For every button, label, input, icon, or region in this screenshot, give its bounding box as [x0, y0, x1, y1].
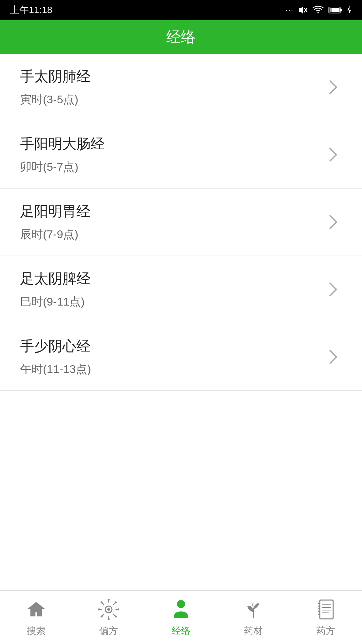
- list-item[interactable]: 手太阴肺经 寅时(3-5点): [0, 54, 362, 121]
- list-item[interactable]: 手少阴心经 午时(11-13点): [0, 323, 362, 391]
- person-icon: [169, 598, 193, 621]
- mute-icon: [298, 5, 308, 15]
- nav-item-yaofang[interactable]: 药方: [290, 598, 362, 637]
- chevron-right-icon: [323, 80, 337, 94]
- content-list: 手太阴肺经 寅时(3-5点) 手阳明大肠经 卯时(5-7点) 足阳明胃经 辰时(…: [0, 54, 362, 590]
- wifi-icon: [312, 5, 324, 15]
- nav-pifang-label: 偏方: [99, 625, 118, 637]
- svg-rect-5: [329, 8, 332, 12]
- chevron-right-icon: [323, 215, 337, 229]
- list-item-content: 足阳明胃经 辰时(7-9点): [20, 202, 90, 242]
- svg-point-24: [177, 600, 185, 608]
- svg-point-13: [98, 608, 100, 610]
- list-item-content: 手阳明大肠经 卯时(5-7点): [20, 135, 105, 175]
- nav-item-pifang[interactable]: 偏方: [72, 598, 145, 637]
- svg-point-17: [101, 601, 103, 603]
- svg-line-22: [113, 614, 115, 616]
- svg-rect-3: [341, 9, 342, 11]
- nav-item-jingluo[interactable]: 经络: [145, 598, 217, 637]
- list-item-subtitle: 卯时(5-7点): [20, 159, 105, 175]
- status-time: 上午11:18: [10, 4, 52, 16]
- list-item-title: 手少阴心经: [20, 337, 91, 356]
- list-item-title: 足阳明胃经: [20, 202, 90, 221]
- nav-item-yaocai[interactable]: 药材: [217, 598, 290, 637]
- chevron-right-icon: [323, 350, 337, 364]
- nav-jingluo-label: 经络: [172, 625, 190, 637]
- status-icons: ···: [286, 5, 352, 15]
- list-item-content: 手少阴心经 午时(11-13点): [20, 337, 91, 377]
- list-item-subtitle: 辰时(7-9点): [20, 227, 90, 242]
- nav-search-label: 搜索: [27, 625, 46, 637]
- bottom-navigation: 搜索: [0, 590, 362, 644]
- list-item-content: 手太阴肺经 寅时(3-5点): [20, 67, 90, 107]
- svg-line-18: [113, 603, 115, 605]
- list-item-title: 手太阴肺经: [20, 67, 90, 86]
- nav-yaofang-label: 药方: [316, 625, 335, 637]
- svg-rect-25: [320, 600, 333, 619]
- status-bar: 上午11:18 ···: [0, 0, 362, 20]
- app-header: 经络: [0, 20, 362, 54]
- home-icon: [24, 598, 48, 621]
- list-item-content: 足太阴脾经 巳时(9-11点): [20, 269, 90, 310]
- signal-icon: ···: [286, 6, 294, 14]
- svg-line-16: [102, 603, 104, 605]
- herb-icon: [242, 598, 265, 621]
- list-item[interactable]: 手阳明大肠经 卯时(5-7点): [0, 121, 362, 189]
- pifang-icon: [97, 598, 120, 621]
- svg-point-21: [101, 615, 103, 618]
- svg-point-7: [107, 608, 110, 611]
- list-item-title: 手阳明大肠经: [20, 135, 105, 153]
- svg-point-23: [115, 615, 117, 618]
- page-title: 经络: [166, 27, 196, 47]
- list-item-subtitle: 寅时(3-5点): [20, 92, 90, 107]
- list-item-subtitle: 巳时(9-11点): [20, 294, 90, 310]
- notebook-icon: [314, 598, 338, 621]
- chevron-right-icon: [323, 282, 337, 297]
- svg-point-11: [108, 618, 110, 620]
- battery-icon: [328, 6, 342, 14]
- nav-item-search[interactable]: 搜索: [0, 598, 72, 637]
- nav-yaocai-label: 药材: [244, 625, 263, 637]
- list-item[interactable]: 足阳明胃经 辰时(7-9点): [0, 189, 362, 256]
- svg-line-20: [102, 614, 104, 616]
- svg-point-19: [115, 601, 117, 603]
- list-item-title: 足太阴脾经: [20, 269, 90, 288]
- chevron-right-icon: [323, 148, 337, 162]
- svg-point-15: [117, 608, 119, 610]
- list-item-subtitle: 午时(11-13点): [20, 362, 91, 377]
- list-item[interactable]: 足太阴脾经 巳时(9-11点): [0, 256, 362, 323]
- charging-icon: [347, 6, 352, 14]
- svg-point-9: [108, 599, 110, 601]
